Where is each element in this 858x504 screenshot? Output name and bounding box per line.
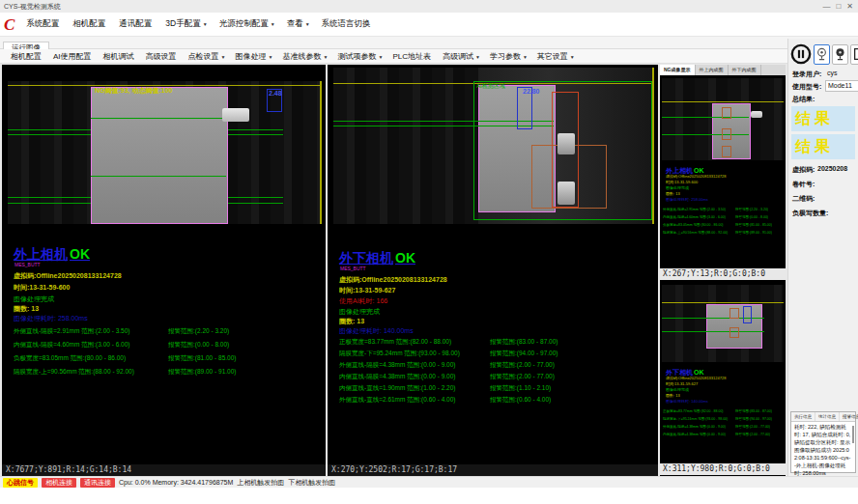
blue-measure-label: 22.80 [523,88,540,95]
green-line [91,118,226,119]
measurement-row: 隔膜宽度-下=95.24mm 范围:(93.00 - 98.00) 报警范围:(… [328,350,658,361]
tab-lower-inner-image[interactable]: 外下内成图 [729,65,761,75]
tab-stats-info[interactable]: 统计信息 [815,412,840,421]
menu-camera-config[interactable]: 相机配置 [67,15,113,33]
connector-tab [222,108,249,122]
model-label: 使用型号: [792,82,821,92]
mini-measurement-alarm: 报警范围:(94.00 - 97.00) [735,417,772,421]
camera-1-button[interactable] [814,44,830,65]
tab-upper-inner-image[interactable]: 外上内成图 [696,65,729,75]
tab-alarm-info[interactable]: 报警信息 [840,412,858,421]
cpu-memory-text: Cpu: 0.0% Memory: 3424.41796875M [119,479,233,486]
menu-view[interactable]: 查看▼ [281,15,316,33]
login-user-value: cys [827,70,838,76]
threshold-overlay-text: NG阈值:93, 动态阈值:100 [95,86,173,96]
lower-camera-panel[interactable]: 22.80 AI检测区域 外下相机OK MES_BUTT 虚拟码:Offline… [328,65,658,476]
measurement-value: 外侧直线-直线=2.61mm 范围:(0.60 - 4.00) [339,396,455,405]
tool-learning-params[interactable]: 学习参数▼ [485,50,532,63]
app-logo-icon: C [4,16,14,33]
green-line [478,126,554,126]
green-line [478,121,554,122]
mini-measurement-value: 正极宽度=83.77mm 范围:(82.00 - 88.00) [663,409,724,413]
orange-roi-box [729,308,739,319]
measurement-row: 内侧直线-直线=1.90mm 范围:(1.00 - 2.20) 报警范围:(1.… [328,384,658,396]
mini-measurement-value: 内侧直线-隔膜=4.38mm 范围:(0.00 - 9.00) [663,433,726,436]
log-scrollbar[interactable] [852,426,854,443]
upper-camera-panel[interactable]: 2.48 NG阈值:93, 动态阈值:100 外上相机OK MES_BUTT 虚… [2,65,326,476]
model-value-field[interactable]: Mode11 [825,80,858,92]
camera-1-icon [816,47,827,61]
tab-ng-display[interactable]: NG成像显示 [660,65,696,75]
yellow-guide-line [662,302,784,303]
measurement-value: 内侧直线-直线=1.90mm 范围:(1.00 - 2.20) [339,384,455,393]
process-done-text: 图像处理完成 [339,307,380,317]
tool-advanced-debug[interactable]: 高级调试▼ [438,50,485,63]
tool-advanced-settings[interactable]: 高级设置 [141,50,184,63]
window-title: CYS-视觉检测系统 [4,2,61,12]
measurement-value: 负极宽度=83.05mm 范围:(80.00 - 86.00) [14,354,126,363]
info-tab-strip: 执行信息 统计信息 报警信息 [791,412,855,422]
window-controls: — □ ✕ [822,0,856,13]
orange-roi-box [722,107,731,119]
mini-done: 图像处理完成 [666,185,689,190]
tool-bar: 相机配置 AI使用配置 相机调试 高级设置 点检设置▼ 图像处理▼ 基准线参数▼… [0,49,858,64]
upper-camera-image[interactable]: 2.48 NG阈值:93, 动态阈值:100 [8,81,322,224]
tool-plc-address-table[interactable]: PLC地址表 [387,50,438,63]
menu-light-control-config[interactable]: 光源控制配置▼ [214,15,281,33]
tool-camera-debug[interactable]: 相机调试 [99,50,141,63]
measurement-row: 隔膜宽度-上=90.56mm 范围:(88.00 - 92.00) 报警范围:(… [2,368,326,379]
mini-measurement-value: 外侧直线-隔膜=2.91mm 范围:(2.00 - 3.50) [663,208,726,211]
virtual-code-value: 20250208 [817,165,847,172]
metal-tab [558,133,575,154]
measurement-row: 外侧直线-直线=2.61mm 范围:(0.60 - 4.00) 报警范围:(0.… [328,396,658,407]
heartbeat-badge: 心跳信号 [3,478,38,488]
mini-measurement-row: 隔膜宽度-下=95.24mm 范围:(93.00 - 98.00) 报警范围:(… [660,417,786,424]
turn-count-text: 圈数: 13 [339,317,364,326]
ng-mini-image-2[interactable] [662,285,784,362]
measurement-alarm: 报警范围:(0.60 - 4.00) [490,396,551,405]
measurement-alarm: 报警范围:(94.00 - 97.00) [490,350,558,358]
pause-button[interactable] [790,43,812,65]
metal-tab [558,182,575,205]
minimize-button[interactable]: — [822,2,830,11]
process-done-text: 图像处理完成 [14,294,54,304]
mini-measurement-alarm: 报警范围:(0.00 - 8.00) [735,215,768,219]
mini-count: 圈数: 13 [666,393,680,398]
tool-baseline-params[interactable]: 基准线参数▼ [277,50,332,63]
tool-spot-check[interactable]: 点检设置▼ [184,50,231,63]
virtual-code-text: 虚拟码:Offline20250208133124728 [339,275,447,285]
menu-comm-config[interactable]: 通讯配置 [113,15,159,33]
tool-test-item-params[interactable]: 测试项参数▼ [332,50,387,63]
menu-language-switch[interactable]: 系统语言切换 [316,15,379,33]
green-line [662,134,749,135]
camera-link-badge: 相机连接 [42,478,76,488]
ng-mini-image-1[interactable] [662,78,784,160]
measurement-row: 外侧直线-隔膜=2.91mm 范围:(2.00 - 3.50) 报警范围:(2.… [2,327,326,339]
tool-camera-config[interactable]: 相机配置 [6,50,48,63]
camera-2-button[interactable] [832,44,848,65]
menu-3d-hand-config[interactable]: 3D手配置▼ [159,15,213,33]
yellow-guide-line [662,101,784,102]
comm-link-badge: 通讯连接 [80,478,115,488]
tool-other-settings[interactable]: 其它设置▼ [532,50,580,63]
tab-exec-info[interactable]: 执行信息 [791,412,815,421]
measurement-alarm: 报警范围:(2.00 - 77.00) [490,361,555,370]
tool-image-processing[interactable]: 图像处理▼ [231,50,278,63]
maximize-button[interactable]: □ [836,2,841,11]
tool-ai-use-config[interactable]: AI使用配置 [48,50,99,63]
mini-measurement-value: 负极宽度=83.05mm 范围:(80.00 - 86.00) [663,223,724,227]
menu-system-config[interactable]: 系统配置 [20,15,67,33]
mini-elapsed: 图像处理耗时: 140.00ms [666,399,708,404]
lower-camera-image[interactable]: 22.80 AI检测区域 [333,68,654,224]
mini-measurement-alarm: 报警范围:(83.00 - 87.00) [735,409,772,413]
mini-measurement-alarm: 报警范围:(89.00 - 91.00) [735,231,772,235]
mini-done: 图像处理完成 [666,387,689,392]
exit-button[interactable] [850,44,858,65]
view-tab-strip: 运行图像 [0,37,858,49]
measurement-value: 隔膜宽度-下=95.24mm 范围:(93.00 - 98.00) [339,350,460,358]
camera-2-icon [835,47,845,61]
close-button[interactable]: ✕ [846,2,853,11]
blue-measure-label: 2.48 [269,90,282,97]
measurement-alarm: 报警范围:(83.00 - 87.00) [490,338,558,347]
green-line [662,117,749,118]
